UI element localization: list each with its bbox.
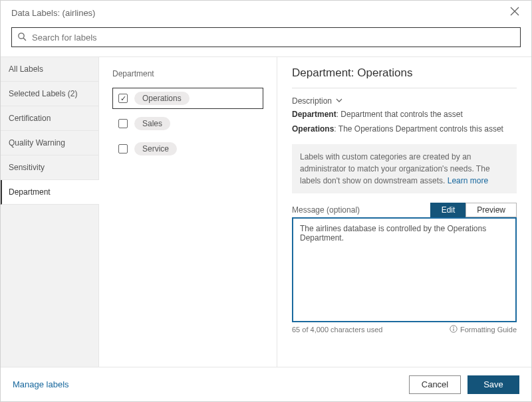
- dialog-body: All Labels Selected Labels (2) Certifica…: [1, 56, 531, 367]
- label-list-panel: Department Operations Sales Service: [99, 57, 277, 367]
- label-pill: Service: [134, 142, 177, 155]
- label-pill: Sales: [134, 117, 170, 130]
- sidebar-item-selected-labels[interactable]: Selected Labels (2): [1, 82, 98, 106]
- svg-line-1: [23, 38, 26, 41]
- label-row-sales[interactable]: Sales: [112, 113, 263, 134]
- footer-actions: Cancel Save: [409, 375, 519, 394]
- label-list-heading: Department: [112, 69, 263, 78]
- info-box: Labels with custom categories are create…: [292, 144, 517, 193]
- dialog-title: Data Labels: (airlines): [11, 8, 95, 18]
- divider: [292, 88, 517, 88]
- message-label: Message (optional): [292, 205, 360, 215]
- save-button[interactable]: Save: [467, 375, 519, 394]
- checkbox-sales[interactable]: [118, 119, 128, 128]
- description-toggle[interactable]: Description: [292, 96, 517, 106]
- tab-edit[interactable]: Edit: [430, 203, 466, 217]
- sidebar-item-quality-warning[interactable]: Quality Warning: [1, 131, 98, 155]
- cancel-button[interactable]: Cancel: [409, 375, 461, 394]
- titlebar: Data Labels: (airlines): [1, 1, 531, 25]
- sidebar-item-all-labels[interactable]: All Labels: [1, 57, 98, 82]
- info-icon: [450, 325, 458, 334]
- search-input[interactable]: [31, 32, 515, 43]
- char-counter: 65 of 4,000 characters used: [292, 326, 382, 334]
- message-textarea[interactable]: [292, 217, 517, 322]
- svg-point-4: [453, 327, 454, 328]
- search-box[interactable]: [11, 27, 521, 47]
- formatting-guide-label: Formatting Guide: [460, 326, 517, 334]
- description-category: Department: Department that controls the…: [292, 110, 517, 119]
- detail-heading: Department: Operations: [292, 66, 517, 80]
- label-row-operations[interactable]: Operations: [112, 88, 263, 109]
- description-value: Operations: The Operations Department co…: [292, 124, 517, 134]
- message-tabs: Edit Preview: [430, 203, 517, 217]
- message-header: Message (optional) Edit Preview: [292, 203, 517, 217]
- data-labels-dialog: Data Labels: (airlines) All Labels Selec…: [0, 0, 532, 402]
- label-pill: Operations: [134, 92, 190, 105]
- svg-point-0: [19, 33, 24, 38]
- detail-panel: Department: Operations Description Depar…: [277, 57, 531, 367]
- tab-preview[interactable]: Preview: [466, 203, 517, 217]
- sidebar: All Labels Selected Labels (2) Certifica…: [1, 57, 99, 367]
- sidebar-item-department[interactable]: Department: [1, 180, 99, 205]
- sidebar-item-sensitivity[interactable]: Sensitivity: [1, 155, 98, 180]
- sidebar-item-certification[interactable]: Certification: [1, 106, 98, 131]
- label-row-service[interactable]: Service: [112, 138, 263, 159]
- checkbox-service[interactable]: [118, 144, 128, 153]
- chevron-down-icon: [336, 96, 342, 106]
- learn-more-link[interactable]: Learn more: [448, 176, 488, 185]
- search-icon: [17, 32, 27, 43]
- manage-labels-link[interactable]: Manage labels: [13, 379, 69, 389]
- checkbox-operations[interactable]: [118, 94, 128, 103]
- dialog-footer: Manage labels Cancel Save: [1, 367, 531, 401]
- message-footer: 65 of 4,000 characters used Formatting G…: [292, 325, 517, 334]
- close-icon[interactable]: [506, 4, 523, 21]
- formatting-guide-link[interactable]: Formatting Guide: [450, 325, 517, 334]
- description-toggle-label: Description: [292, 96, 332, 106]
- search-wrap: [1, 25, 531, 56]
